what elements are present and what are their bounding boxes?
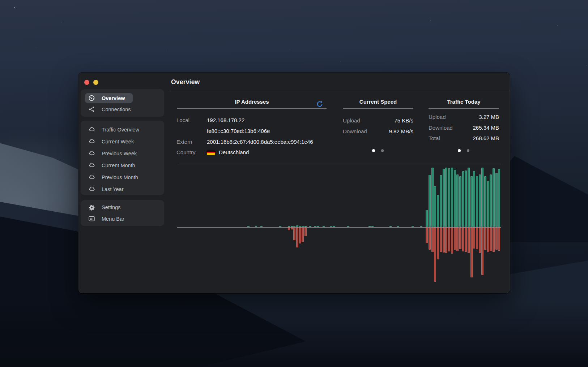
sidebar-item-traffic-overview[interactable]: Traffic Overview xyxy=(81,124,164,135)
current-speed-header: Current Speed xyxy=(343,98,413,106)
chart-bar-download xyxy=(437,195,439,227)
chart-bar-download xyxy=(451,168,453,227)
gauge-icon xyxy=(89,95,95,101)
window-titlebar: Overview xyxy=(78,73,510,90)
germany-flag-icon xyxy=(207,150,215,155)
sidebar-item-label: Previous Week xyxy=(102,151,137,156)
current-speed-pager xyxy=(372,149,384,152)
sidebar-item-menu-bar[interactable]: Menu Bar xyxy=(81,213,164,225)
chart-bar-upload xyxy=(484,228,486,250)
app-window: Overview OverviewConnectionsTraffic Over… xyxy=(78,73,510,293)
speed-download-value: 9.82 MB/s xyxy=(363,128,413,135)
traffic-today-header: Traffic Today xyxy=(429,98,499,106)
chart-bar-upload xyxy=(468,228,470,253)
chart-bar-upload xyxy=(445,228,447,253)
close-button[interactable] xyxy=(84,80,89,85)
chart-bar-upload xyxy=(448,228,450,251)
chart-bar-upload xyxy=(304,228,307,236)
refresh-button[interactable] xyxy=(316,100,323,108)
sidebar-item-label: Current Month xyxy=(102,163,135,168)
sidebar-item-connections[interactable]: Connections xyxy=(81,104,164,115)
chart-bar-download xyxy=(498,169,500,227)
chart-bar-download xyxy=(456,174,459,227)
sidebar-item-label: Previous Month xyxy=(102,174,138,180)
chart-bar-download xyxy=(476,176,478,227)
traffic-upload-label: Upload xyxy=(429,113,446,121)
sidebar-group-2: SettingsMenu Bar xyxy=(81,200,164,226)
ip-extern-value: 2001:16b8:2c87:4d00:8da5:eeba:c994:1c46 xyxy=(207,138,313,146)
pager-dot[interactable] xyxy=(458,149,461,152)
titlebar-divider xyxy=(169,90,510,90)
sidebar-group-1: Traffic OverviewCurrent WeekPrevious Wee… xyxy=(81,121,164,195)
chart-bar-upload xyxy=(451,228,453,254)
cloud-icon xyxy=(89,162,95,168)
chart-bar-upload xyxy=(470,228,473,277)
traffic-download-value: 265.34 MB xyxy=(448,124,499,131)
minimize-button[interactable] xyxy=(93,80,98,85)
cloud-icon xyxy=(89,174,95,180)
chart-bar-download xyxy=(426,210,428,227)
chart-bar-upload xyxy=(481,228,483,275)
chart-bar-download xyxy=(468,168,470,227)
chart-bar-download xyxy=(443,169,445,227)
chart-bar-upload xyxy=(454,228,456,250)
chart-top-divider xyxy=(177,164,501,164)
sidebar-item-label: Overview xyxy=(102,95,125,101)
traffic-total-label: Total xyxy=(429,135,440,142)
chart-bar-upload xyxy=(479,228,481,253)
chart-bar-upload xyxy=(291,228,293,229)
current-speed-divider xyxy=(343,108,413,109)
chart-bar-download xyxy=(448,168,450,227)
ip-header-divider xyxy=(177,108,327,109)
chart-bar-upload xyxy=(437,228,439,259)
gear-icon xyxy=(89,204,95,211)
ip-country-value: Deutschland xyxy=(219,149,249,156)
chart-bar-upload xyxy=(288,228,290,230)
sidebar-item-previous-month[interactable]: Previous Month xyxy=(81,171,164,183)
pager-dot[interactable] xyxy=(372,149,375,152)
chart-bar-download xyxy=(470,176,473,227)
chart-bar-download xyxy=(459,176,461,227)
chart-bar-download xyxy=(473,171,475,227)
share-icon xyxy=(89,106,95,112)
chart-bar-upload xyxy=(293,228,295,240)
chart-bar-upload xyxy=(490,228,492,251)
ip-local-value: 192.168.178.22 xyxy=(207,117,244,124)
chart-bar-upload xyxy=(493,228,495,252)
pager-dot[interactable] xyxy=(381,149,384,152)
traffic-upload-value: 3.27 MB xyxy=(448,113,499,121)
sidebar-item-previous-week[interactable]: Previous Week xyxy=(81,147,164,159)
chart-bar-upload xyxy=(476,228,478,249)
chart-bar-download xyxy=(465,170,467,227)
chart-bar-upload xyxy=(459,228,461,249)
chart-bar-upload xyxy=(465,228,467,252)
window-title: Overview xyxy=(171,78,200,86)
cloud-icon xyxy=(89,150,95,156)
sidebar-item-overview[interactable]: Overview xyxy=(81,92,164,104)
chart-bar-upload xyxy=(495,228,498,250)
sidebar-item-current-week[interactable]: Current Week xyxy=(81,135,164,147)
traffic-today-pager xyxy=(458,149,469,152)
chart-bar-upload xyxy=(426,228,428,243)
chart-bar-upload xyxy=(429,228,431,250)
sidebar-item-current-month[interactable]: Current Month xyxy=(81,159,164,171)
chart-bar-download xyxy=(493,168,495,227)
chart-bar-download xyxy=(429,175,431,227)
pager-dot[interactable] xyxy=(467,149,470,152)
chart-bar-download xyxy=(440,175,442,227)
ip-addresses-header: IP Addresses xyxy=(177,98,327,106)
chart-bar-download xyxy=(495,173,498,227)
wallpaper-stars xyxy=(14,7,15,8)
wallpaper-floor xyxy=(0,301,588,367)
sidebar-item-label: Traffic Overview xyxy=(102,127,139,133)
sidebar-item-settings[interactable]: Settings xyxy=(81,202,164,213)
chart-bar-upload xyxy=(434,228,436,282)
sidebar-item-label: Last Year xyxy=(102,186,123,192)
speed-upload-label: Upload xyxy=(343,117,360,124)
chart-bar-upload xyxy=(431,228,434,252)
chart-bar-upload xyxy=(456,228,459,251)
chart-bar-download xyxy=(484,176,486,227)
sidebar-item-last-year[interactable]: Last Year xyxy=(81,183,164,195)
ip-extern-label: Extern xyxy=(176,138,192,146)
sidebar-item-label: Current Week xyxy=(102,139,134,144)
